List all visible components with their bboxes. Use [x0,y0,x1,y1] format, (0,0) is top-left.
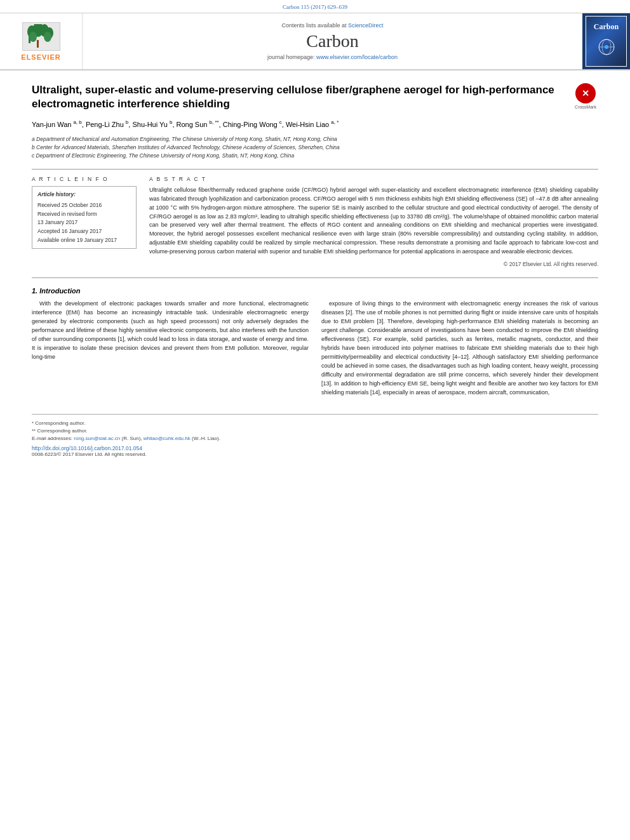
received-date: Received 25 October 2016 [37,201,131,210]
crossmark-icon: ✕ [575,83,596,103]
cover-journal-name: Carbon [591,22,622,32]
article-info-column: A R T I C L E I N F O Article history: R… [32,176,137,269]
sciencedirect-line: Contents lists available at ScienceDirec… [281,22,383,29]
homepage-prefix: journal homepage: [267,54,316,60]
received-revised-label: Received in revised form [37,210,131,219]
doi-bar: Carbon 115 (2017) 629–639 [0,0,630,13]
divider-bottom [32,277,598,278]
email1[interactable]: rong.sun@siat.ac.cn [74,436,120,441]
sciencedirect-link[interactable]: ScienceDirect [348,22,384,29]
article-title-section: Ultralight, super-elastic and volume-pre… [32,83,598,111]
carbon-cover: Carbon [582,13,630,69]
email-label: E-mail addresses: [32,436,72,441]
svg-point-7 [44,32,51,42]
crossmark-logo: ✕ CrossMark [573,83,598,109]
journal-homepage: journal homepage: www.elsevier.com/locat… [267,54,398,60]
available-online: Available online 19 January 2017 [37,236,131,245]
footer-issn: 0008-6223/© 2017 Elsevier Ltd. All right… [32,451,598,457]
authors: Yan-jun Wan a, b, Peng-Li Zhu b, Shu-Hui… [32,119,598,130]
corresponding-note: * Corresponding author. [32,420,598,427]
footer-doi[interactable]: http://dx.doi.org/10.1016/j.carbon.2017.… [32,445,598,451]
doi-link[interactable]: http://dx.doi.org/10.1016/j.carbon.2017.… [32,445,142,451]
revised-date: 13 January 2017 [37,218,131,227]
crossmark-label: CrossMark [575,105,596,109]
accepted-date: Accepted 16 January 2017 [37,227,131,236]
abstract-column: A B S T R A C T Ultralight cellulose fib… [149,176,598,269]
affiliation-c: c Department of Electronic Engineering, … [32,152,598,160]
double-star-note: ** Corresponding author. [32,427,598,435]
affiliations: a Department of Mechanical and Automatio… [32,135,598,159]
footer-note: * Corresponding author. ** Corresponding… [32,420,598,443]
introduction-right-col: exposure of living things to the environ… [321,300,598,401]
affiliation-b: b Center for Advanced Materials, Shenzhe… [32,143,598,152]
main-content: Ultralight, super-elastic and volume-pre… [0,70,630,470]
article-info-label: A R T I C L E I N F O [32,176,137,182]
article-title: Ultralight, super-elastic and volume-pre… [32,83,566,111]
elsevier-logo-section: ELSEVIER [0,13,83,69]
article-info-abstract-section: A R T I C L E I N F O Article history: R… [32,176,598,269]
elsevier-brand: ELSEVIER [21,53,60,61]
affiliation-a: a Department of Mechanical and Automatio… [32,135,598,143]
introduction-left-col: With the development of electronic packa… [32,300,309,401]
svg-rect-5 [37,40,39,48]
intro-left-paragraph: With the development of electronic packa… [32,300,309,362]
carbon-cover-image: Carbon [586,16,627,67]
abstract-label: A B S T R A C T [149,176,598,182]
sciencedirect-prefix: Contents lists available at [281,22,348,29]
page-footer: * Corresponding author. ** Corresponding… [32,414,598,457]
copyright-line: © 2017 Elsevier Ltd. All rights reserved… [149,260,598,269]
doi-text: Carbon 115 (2017) 629–639 [283,4,347,10]
svg-point-11 [605,45,608,49]
history-heading: Article history: [37,190,131,199]
introduction-section: 1. Introduction With the development of … [32,287,598,401]
homepage-url[interactable]: www.elsevier.com/locate/carbon [316,54,398,60]
intro-right-paragraph: exposure of living things to the environ… [321,300,598,397]
journal-name: Carbon [306,31,358,51]
email-line: E-mail addresses: rong.sun@siat.ac.cn (R… [32,435,598,443]
journal-info: Contents lists available at ScienceDirec… [83,13,582,69]
introduction-left-text: With the development of electronic packa… [32,300,309,362]
journal-header: ELSEVIER Contents lists available at Sci… [0,13,630,70]
introduction-title: 1. Introduction [32,287,598,295]
abstract-paragraph: Ultralight cellulose fiber/thermally red… [149,186,598,257]
introduction-columns: With the development of electronic packa… [32,300,598,401]
divider-top [32,169,598,170]
email2[interactable]: whliao@cuhk.edu.hk [144,436,191,441]
email1-person: (R. Sun), [122,436,142,441]
email2-person: (W.-H. Liao). [192,436,220,441]
introduction-right-text: exposure of living things to the environ… [321,300,598,397]
svg-point-6 [29,32,37,42]
abstract-text: Ultralight cellulose fiber/thermally red… [149,186,598,269]
elsevier-tree-icon [22,22,60,51]
article-info-box: Article history: Received 25 October 201… [32,186,137,250]
